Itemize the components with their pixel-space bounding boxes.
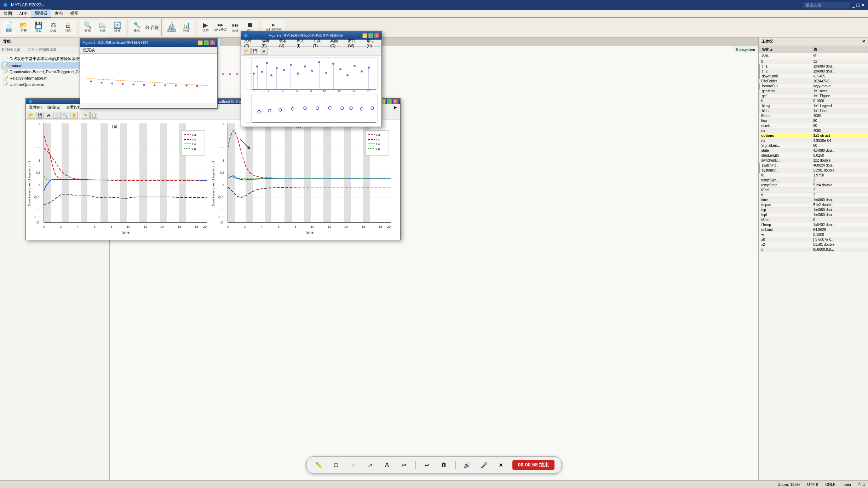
workspace-row[interactable]: FileFolder2024-05-0... — [759, 79, 868, 84]
tool-text[interactable]: A — [381, 459, 393, 471]
workspace-row[interactable]: hLine1x1 Line — [759, 109, 868, 114]
tool-pencil[interactable]: ✏️ — [314, 459, 325, 471]
fig1-tool-5[interactable]: 🔍 — [62, 112, 69, 119]
figure1-maximize[interactable]: □ — [387, 99, 392, 104]
workspace-row[interactable]: x251x81 double — [759, 242, 868, 247]
workspace-row[interactable]: tempSign...2 — [759, 178, 868, 183]
tool-arrow[interactable]: ↗ — [364, 459, 376, 471]
workspace-row[interactable]: ltsp80 — [759, 118, 868, 123]
transform-button[interactable]: 🔄 转换 — [110, 20, 125, 35]
fig1-tool-6[interactable]: ✋ — [70, 112, 78, 119]
fig1-tool-3[interactable]: 🖨 — [45, 112, 52, 119]
workspace-row[interactable]: w0.1000 — [759, 232, 868, 237]
search-box[interactable]: 搜索文档 — [803, 2, 850, 8]
open-button[interactable]: 📂 打开 — [16, 20, 31, 35]
fig1-menu-file[interactable]: 文件(F) — [26, 104, 45, 111]
close-btn[interactable]: ✕ — [861, 2, 865, 8]
workspace-row[interactable]: gcaMain1x1 Axes — [759, 89, 868, 94]
refactor-button[interactable]: 🔧 重构 — [130, 20, 144, 35]
menu-app[interactable]: APP — [16, 11, 31, 17]
tool-scissors[interactable]: ✂ — [398, 459, 410, 471]
fig2-menu-help[interactable]: 帮助(H) — [364, 37, 381, 48]
workspace-row[interactable]: trspan51x2 double — [759, 203, 868, 208]
workspace-row[interactable]: t01.9750 — [759, 173, 868, 178]
workspace-row[interactable]: tsp1x4080 dou... — [759, 208, 868, 213]
workspace-row[interactable]: tspf1x4080 dou... — [759, 213, 868, 217]
tool-delete[interactable]: 🗑 — [438, 459, 450, 471]
workspace-row[interactable]: tStart0 — [759, 217, 868, 222]
fig1-scroll-right[interactable]: ▶ — [391, 105, 400, 110]
fig2-menu-window[interactable]: 窗口(W) — [345, 37, 363, 48]
fig1-menu-edit[interactable]: 编辑(E) — [45, 104, 63, 111]
workspace-row[interactable]: SignalLen...80 — [759, 143, 868, 148]
fig2-tool-open[interactable]: 📂 — [243, 48, 251, 55]
workspace-row[interactable]: unLimit64.9626 — [759, 227, 868, 232]
find-button[interactable]: 🔍 查找 — [80, 20, 95, 35]
run-button[interactable]: ▶ 运行 — [198, 20, 213, 35]
menu-view[interactable]: 视图 — [67, 10, 82, 17]
fig1-tool-8[interactable]: 📋 — [90, 112, 98, 119]
workspace-col-value[interactable]: 值 — [811, 46, 868, 53]
workspace-row[interactable]: tEnd2 — [759, 188, 868, 193]
tool-undo[interactable]: ↩ — [421, 459, 433, 471]
fig1-menu-view[interactable]: 查看(V) — [63, 104, 82, 111]
fig2-tool-save[interactable]: 💾 — [251, 48, 259, 55]
workspace-row[interactable]: nx4080 — [759, 128, 868, 133]
fig2-menu-tools[interactable]: 工具(T) — [310, 37, 327, 48]
tool-close[interactable]: ✕ — [495, 459, 507, 471]
workspace-row[interactable]: lNum4080 — [759, 114, 868, 118]
workspace-row[interactable]: 名称 -值 — [759, 53, 868, 59]
save-button[interactable]: 💾 保存 — [31, 20, 46, 35]
fig1-tool-4[interactable]: ⬜ — [53, 112, 61, 119]
workspace-row[interactable]: x0[-8.6007e-0... — [759, 237, 868, 242]
fig2-menu-insert[interactable]: 插入(I) — [294, 37, 310, 48]
workspace-row[interactable]: time1x4080 dou... — [759, 198, 868, 203]
run-advance-button[interactable]: ▶▶ 运行并进 — [213, 20, 228, 35]
workspace-row[interactable]: stepLength0.0250 — [759, 153, 868, 158]
fig2-menu-edit[interactable]: 编辑(E) — [259, 37, 276, 48]
workspace-table-container[interactable]: 名称 ▲ 值 名称 -值b32c_11x4080 dou...c_21x4080… — [759, 46, 868, 488]
fig2-menu-file[interactable]: 文件(F) — [241, 37, 259, 48]
figure1-close[interactable]: ✕ — [393, 99, 398, 104]
fig1-tool-7[interactable]: ↖ — [82, 112, 90, 119]
workspace-row[interactable]: b32 — [759, 59, 868, 64]
bookmark-button[interactable]: 📖 书签 — [95, 20, 110, 35]
tool-circle[interactable]: ○ — [347, 459, 359, 471]
fig2-menu-view[interactable]: 查看(V) — [276, 37, 294, 48]
workspace-row[interactable]: tTemp1x5402 dou... — [759, 222, 868, 227]
figure3-close[interactable]: ✕ — [210, 40, 215, 45]
workspace-row[interactable]: c_21x4080 dou... — [759, 69, 868, 74]
workspace-row[interactable]: h0.1000 — [759, 99, 868, 104]
analyze-button[interactable]: 📊 分析 — [179, 20, 194, 35]
section-break-button[interactable]: 分节符 — [144, 20, 159, 35]
compare-button[interactable]: ⚖ 比较 — [46, 20, 61, 35]
workspace-row[interactable]: rts4.9020e-04 — [759, 138, 868, 143]
workspace-row[interactable]: downLimit-6.9485 — [759, 74, 868, 79]
maximize-btn[interactable]: □ — [857, 2, 860, 8]
workspace-row[interactable]: state4x4080 dou... — [759, 148, 868, 153]
fig2-menu-desktop[interactable]: 桌面(D) — [327, 37, 345, 48]
menu-publish[interactable]: 发布 — [51, 10, 67, 17]
tool-rect[interactable]: □ — [330, 459, 342, 471]
workspace-row[interactable]: hLeg1x1 Legend — [759, 104, 868, 109]
explore-button[interactable]: 🔬 探索器 — [164, 20, 179, 35]
workspace-row[interactable]: switchedD...1x2 double — [759, 158, 868, 163]
print-button[interactable]: 🖨 打印 — [61, 20, 76, 35]
workspace-row[interactable]: switching...4080x4 dou... — [759, 163, 868, 168]
workspace-row[interactable]: options1x1 struct — [759, 133, 868, 138]
menu-plot[interactable]: 绘图 — [0, 10, 16, 17]
figure3-maximize[interactable]: □ — [204, 40, 209, 45]
workspace-row[interactable]: formatOutyyyy-mm-d... — [759, 84, 868, 89]
workspace-row[interactable]: tf2 — [759, 193, 868, 198]
fig1-tool-2[interactable]: 💾 — [36, 112, 44, 119]
tool-volume[interactable]: 🔊 — [461, 459, 473, 471]
minimize-btn[interactable]: _ — [852, 2, 855, 8]
workspace-row[interactable]: gcf1x1 Figure — [759, 94, 868, 99]
workspace-close-icon[interactable]: ✕ — [862, 39, 865, 44]
fig2-tool-print[interactable]: 🖨 — [260, 48, 268, 55]
workspace-row[interactable]: numb80 — [759, 123, 868, 128]
workspace-row[interactable]: systemSt...51x81 double — [759, 168, 868, 173]
fig1-tool-1[interactable]: 📂 — [28, 112, 35, 119]
menu-editor[interactable]: 编辑器 — [31, 10, 51, 18]
tool-mic[interactable]: 🎤 — [478, 459, 490, 471]
